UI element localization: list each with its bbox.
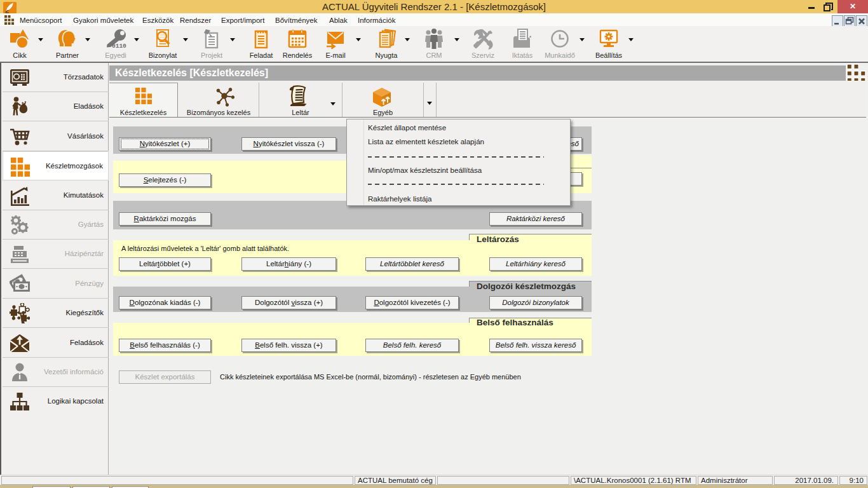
- svg-text:0110: 0110: [112, 43, 126, 50]
